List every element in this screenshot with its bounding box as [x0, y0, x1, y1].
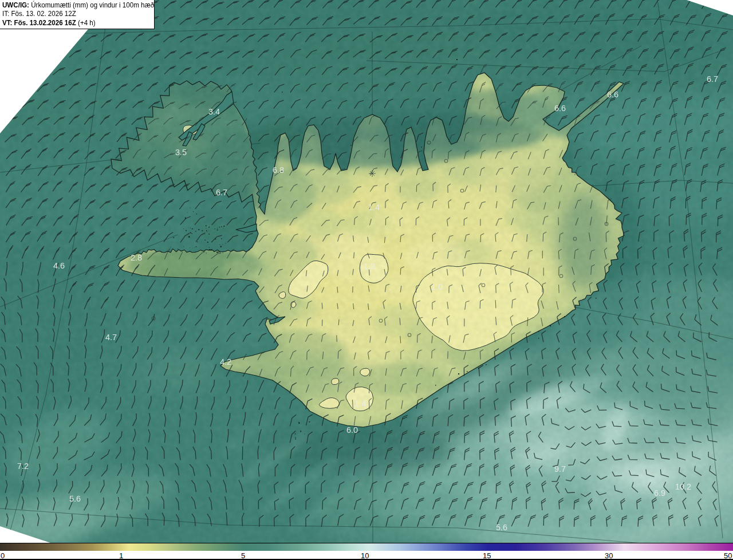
svg-text:6.0: 6.0: [346, 425, 358, 435]
svg-text:1.4: 1.4: [368, 203, 380, 212]
svg-text:6.9: 6.9: [654, 488, 665, 498]
svg-text:7.2: 7.2: [17, 462, 29, 471]
svg-text:5.6: 5.6: [496, 523, 507, 532]
svg-text:1.0: 1.0: [431, 282, 443, 291]
svg-text:3.4: 3.4: [208, 107, 220, 116]
svg-text:1.3: 1.3: [364, 262, 375, 271]
svg-text:6.8: 6.8: [273, 165, 284, 175]
svg-text:9.7: 9.7: [554, 464, 566, 474]
svg-text:2.8: 2.8: [131, 253, 142, 262]
svg-text:6.7: 6.7: [707, 74, 718, 84]
svg-text:4.6: 4.6: [53, 261, 65, 270]
svg-text:4.2: 4.2: [220, 357, 231, 366]
svg-text:6.6: 6.6: [554, 104, 566, 113]
svg-text:6.7: 6.7: [216, 188, 227, 197]
svg-text:5.6: 5.6: [69, 494, 81, 503]
svg-text:6.6: 6.6: [607, 90, 618, 99]
svg-text:4.7: 4.7: [105, 333, 117, 342]
svg-text:1.4: 1.4: [354, 399, 366, 408]
svg-text:10.2: 10.2: [675, 482, 691, 491]
svg-text:3.5: 3.5: [175, 148, 187, 157]
